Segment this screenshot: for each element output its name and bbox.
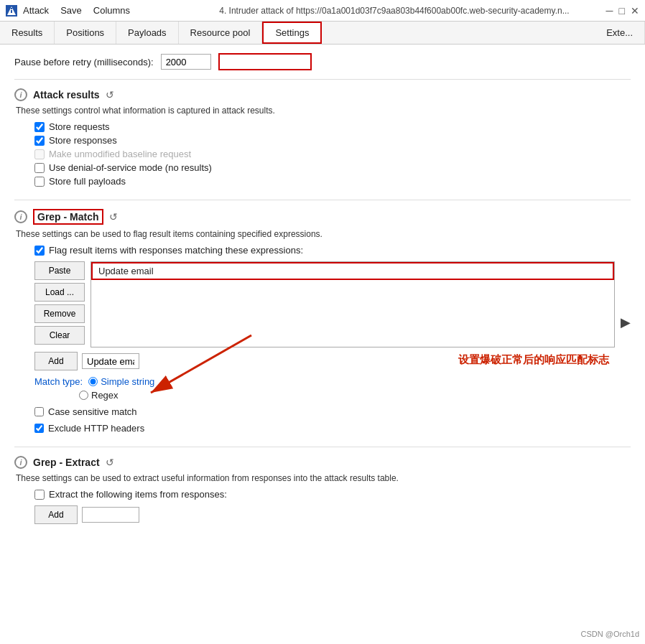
tab-bar: Results Positions Payloads Resource pool… xyxy=(0,22,645,45)
maximize-button[interactable]: □ xyxy=(619,5,625,17)
store-responses-row: Store responses xyxy=(34,135,631,146)
grep-match-info-icon[interactable]: i xyxy=(14,210,27,223)
regex-label: Regex xyxy=(91,390,119,401)
svg-rect-2 xyxy=(11,8,12,9)
store-full-checkbox[interactable] xyxy=(34,177,45,187)
denial-of-service-label: Use denial-of-service mode (no results) xyxy=(49,162,212,173)
denial-of-service-checkbox[interactable] xyxy=(34,163,45,173)
store-full-label: Store full payloads xyxy=(49,176,126,187)
extract-items-label: Extract the following items from respons… xyxy=(49,489,227,500)
grep-extract-section: i Grep - Extract ↺ These settings can be… xyxy=(14,456,631,524)
menu-columns[interactable]: Columns xyxy=(93,5,130,16)
extract-items-row: Extract the following items from respons… xyxy=(34,489,631,500)
tab-results[interactable]: Results xyxy=(0,22,55,44)
add-input[interactable] xyxy=(82,353,139,369)
menu-save[interactable]: Save xyxy=(60,5,82,16)
main-content: Pause before retry (milliseconds): i Att… xyxy=(0,45,645,644)
svg-rect-1 xyxy=(11,10,12,13)
grep-extract-info-icon[interactable]: i xyxy=(14,456,27,469)
menu-attack[interactable]: Attack xyxy=(23,5,49,16)
attack-results-info-icon[interactable]: i xyxy=(14,88,27,101)
grep-match-refresh-icon[interactable]: ↺ xyxy=(109,211,118,223)
add-row: Add xyxy=(34,352,631,370)
make-baseline-checkbox[interactable] xyxy=(34,149,45,159)
tab-payloads[interactable]: Payloads xyxy=(116,22,178,44)
case-sensitive-row: Case sensitive match xyxy=(34,406,631,417)
flag-results-label: Flag result items with responses matchin… xyxy=(49,245,303,256)
extract-add-input[interactable] xyxy=(82,507,139,523)
extract-items-checkbox[interactable] xyxy=(34,490,45,500)
extract-add-button[interactable]: Add xyxy=(34,505,78,524)
make-baseline-label: Make unmodified baseline request xyxy=(49,149,191,159)
remove-button[interactable]: Remove xyxy=(34,304,85,323)
flag-results-checkbox[interactable] xyxy=(34,246,45,256)
attack-results-title: Attack results xyxy=(33,89,100,101)
exclude-http-label: Exclude HTTP headers xyxy=(48,423,144,434)
window-controls: ─ □ ✕ xyxy=(606,5,639,17)
exclude-http-row: Exclude HTTP headers xyxy=(34,423,631,434)
store-requests-checkbox[interactable] xyxy=(34,122,45,132)
pause-retry-row: Pause before retry (milliseconds): xyxy=(14,53,631,70)
attack-results-refresh-icon[interactable]: ↺ xyxy=(106,89,114,101)
clear-button[interactable]: Clear xyxy=(34,326,85,345)
watermark: CSDN @Orch1d xyxy=(581,630,639,638)
simple-string-radio[interactable] xyxy=(88,377,98,386)
simple-string-label: Simple string xyxy=(101,376,154,387)
attack-results-section: i Attack results ↺ These settings contro… xyxy=(14,88,631,187)
load-button[interactable]: Load ... xyxy=(34,283,85,302)
flag-results-row: Flag result items with responses matchin… xyxy=(34,245,631,256)
match-type-row: Match type: Simple string xyxy=(34,376,631,387)
arrow-indicator: ▶ xyxy=(621,261,631,347)
menu-bar: Attack Save Columns xyxy=(23,5,213,16)
attack-results-desc: These settings control what information … xyxy=(16,106,631,116)
tab-extensions[interactable]: Exte... xyxy=(595,22,645,44)
window-title-url: 4. Intruder attack of https://0a1a001d03… xyxy=(219,6,600,16)
make-baseline-row: Make unmodified baseline request xyxy=(34,149,631,159)
store-requests-row: Store requests xyxy=(34,121,631,132)
store-full-row: Store full payloads xyxy=(34,176,631,187)
grep-extract-refresh-icon[interactable]: ↺ xyxy=(106,457,114,468)
tab-settings[interactable]: Settings xyxy=(262,22,322,44)
store-responses-checkbox[interactable] xyxy=(34,136,45,146)
grep-extract-title: Grep - Extract xyxy=(33,457,100,468)
pause-label: Pause before retry (milliseconds): xyxy=(14,57,154,67)
grep-list-container[interactable]: Update email xyxy=(91,261,615,347)
regex-option-row: Regex xyxy=(79,390,631,401)
case-sensitive-checkbox[interactable] xyxy=(34,407,44,416)
app-icon xyxy=(6,5,17,17)
grep-match-title: Grep - Match xyxy=(33,209,103,225)
minimize-button[interactable]: ─ xyxy=(606,5,613,17)
close-button[interactable]: ✕ xyxy=(631,5,639,17)
grep-list-area: Paste Load ... Remove Clear Update email… xyxy=(34,261,631,347)
denial-of-service-row: Use denial-of-service mode (no results) xyxy=(34,162,631,173)
match-type-label: Match type: xyxy=(34,376,83,387)
grep-match-section: i Grep - Match ↺ These settings can be u… xyxy=(14,209,631,434)
grep-extract-desc: These settings can be used to extract us… xyxy=(16,473,631,483)
grep-match-desc: These settings can be used to flag resul… xyxy=(16,229,631,239)
store-responses-label: Store responses xyxy=(49,135,117,146)
store-requests-label: Store requests xyxy=(49,121,110,132)
title-bar: Attack Save Columns 4. Intruder attack o… xyxy=(0,0,645,22)
grep-action-buttons: Paste Load ... Remove Clear xyxy=(34,261,85,347)
simple-string-option: Simple string xyxy=(88,376,154,387)
tab-resource-pool[interactable]: Resource pool xyxy=(179,22,263,44)
case-sensitive-label: Case sensitive match xyxy=(48,406,137,417)
add-button[interactable]: Add xyxy=(34,352,78,370)
extract-add-row: Add xyxy=(34,505,631,524)
paste-button[interactable]: Paste xyxy=(34,261,85,280)
tab-positions[interactable]: Positions xyxy=(55,22,116,44)
list-item[interactable]: Update email xyxy=(91,262,614,280)
regex-radio[interactable] xyxy=(79,391,88,400)
exclude-http-checkbox[interactable] xyxy=(34,424,44,433)
pause-input[interactable] xyxy=(161,54,211,70)
